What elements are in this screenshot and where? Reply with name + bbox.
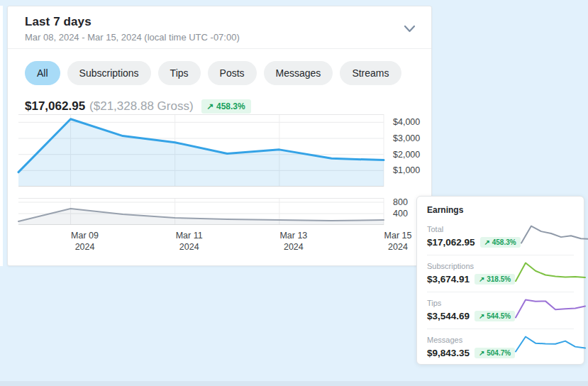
filter-chip-posts[interactable]: Posts — [208, 61, 257, 85]
filter-chip-tips[interactable]: Tips — [158, 61, 201, 85]
earnings-row-tips: Tips$3,544.69↗ 544.5% — [427, 292, 574, 329]
earnings-row-valueline: $9,843.35↗ 504.7% — [427, 348, 515, 358]
earnings-row-change-badge: ↗ 504.7% — [475, 348, 515, 358]
y-axis-label: $1,000 — [393, 165, 420, 176]
x-axis-date: Mar 13 — [272, 230, 315, 241]
y-axis-label: $2,000 — [393, 149, 420, 160]
dashboard-page: { "colors": { "page_bg": "#e2f1fc", "acc… — [0, 0, 588, 386]
earnings-row-amount: $3,674.91 — [427, 274, 470, 285]
earnings-row-messages: Messages$9,843.35↗ 504.7% — [427, 329, 574, 365]
earnings-panel-title: Earnings — [427, 205, 574, 215]
gross-amount: ($21,328.88 Gross) — [89, 99, 193, 114]
filter-chip-messages[interactable]: Messages — [264, 61, 333, 85]
filter-chip-subscriptions[interactable]: Subscriptions — [67, 61, 151, 85]
chevron-down-icon[interactable] — [404, 25, 416, 33]
period-title: Last 7 days — [25, 15, 417, 29]
secondary-earnings-chart[interactable] — [18, 198, 384, 225]
x-axis-label: Mar 092024 — [64, 230, 106, 253]
x-axis-date: Mar 11 — [168, 230, 211, 241]
messages-sparkline — [515, 334, 586, 360]
earnings-row-valueline: $3,544.69↗ 544.5% — [427, 311, 515, 321]
net-amount: $17,062.95 — [25, 99, 85, 114]
earnings-summary: $17,062.95 ($21,328.88 Gross) ↗ 458.3% — [25, 99, 251, 114]
background-card-edge — [0, 6, 3, 266]
x-axis-label: Mar 132024 — [272, 230, 315, 253]
x-axis-label: Mar 152024 — [377, 230, 419, 253]
x-axis-year: 2024 — [168, 241, 211, 253]
tips-sparkline — [515, 297, 586, 323]
change-badge: ↗ 458.3% — [201, 99, 251, 114]
statements-card: Last 7 days Mar 08, 2024 - Mar 15, 2024 … — [7, 6, 432, 266]
earnings-rows: Total$17,062.95↗ 458.3%Subscriptions$3,6… — [427, 219, 574, 365]
date-range-header[interactable]: Last 7 days Mar 08, 2024 - Mar 15, 2024 … — [8, 6, 431, 49]
filter-chip-all[interactable]: All — [25, 61, 60, 85]
earnings-row-amount: $9,843.35 — [427, 348, 470, 358]
x-axis-date: Mar 09 — [64, 230, 106, 241]
earnings-row-label: Total — [427, 225, 521, 233]
earnings-row-label: Subscriptions — [427, 262, 515, 270]
earnings-row-text: Subscriptions$3,674.91↗ 318.5% — [427, 262, 515, 285]
total-sparkline — [521, 224, 588, 249]
earnings-row-amount: $17,062.95 — [427, 237, 475, 248]
y-axis-label: $4,000 — [393, 116, 420, 128]
y-axis-label: 800 — [393, 197, 408, 208]
earnings-breakdown-card: Earnings Total$17,062.95↗ 458.3%Subscrip… — [416, 196, 584, 365]
earnings-row-label: Messages — [427, 336, 515, 344]
main-earnings-chart[interactable] — [18, 114, 384, 187]
subscriptions-sparkline — [515, 260, 586, 286]
bottom-edge — [0, 381, 588, 386]
earnings-row-valueline: $17,062.95↗ 458.3% — [427, 237, 521, 248]
period-subtitle: Mar 08, 2024 - Mar 15, 2024 (local time … — [25, 32, 417, 43]
x-axis-label: Mar 112024 — [168, 230, 211, 253]
earnings-row-subscriptions: Subscriptions$3,674.91↗ 318.5% — [427, 255, 574, 292]
chart-x-axis: Mar 092024Mar 112024Mar 132024Mar 152024 — [18, 230, 430, 254]
earnings-row-total: Total$17,062.95↗ 458.3% — [427, 219, 574, 255]
y-axis-label: $3,000 — [393, 133, 420, 144]
earnings-row-label: Tips — [427, 299, 515, 307]
earnings-row-text: Messages$9,843.35↗ 504.7% — [427, 336, 515, 358]
filter-chips: AllSubscriptionsTipsPostsMessagesStreams — [25, 61, 401, 85]
y-axis-label: 400 — [393, 208, 408, 219]
filter-chip-streams[interactable]: Streams — [340, 61, 401, 85]
earnings-row-text: Total$17,062.95↗ 458.3% — [427, 225, 521, 248]
earnings-row-text: Tips$3,544.69↗ 544.5% — [427, 299, 515, 321]
x-axis-date: Mar 15 — [377, 230, 419, 241]
earnings-row-change-badge: ↗ 458.3% — [480, 237, 521, 248]
earnings-row-amount: $3,544.69 — [427, 311, 470, 321]
x-axis-year: 2024 — [64, 241, 106, 253]
x-axis-year: 2024 — [377, 241, 419, 253]
x-axis-year: 2024 — [272, 241, 315, 253]
main-chart-y-axis: $4,000$3,000$2,000$1,000 — [387, 114, 431, 187]
earnings-row-valueline: $3,674.91↗ 318.5% — [427, 274, 515, 285]
earnings-row-change-badge: ↗ 544.5% — [475, 311, 515, 321]
earnings-row-change-badge: ↗ 318.5% — [475, 274, 515, 285]
